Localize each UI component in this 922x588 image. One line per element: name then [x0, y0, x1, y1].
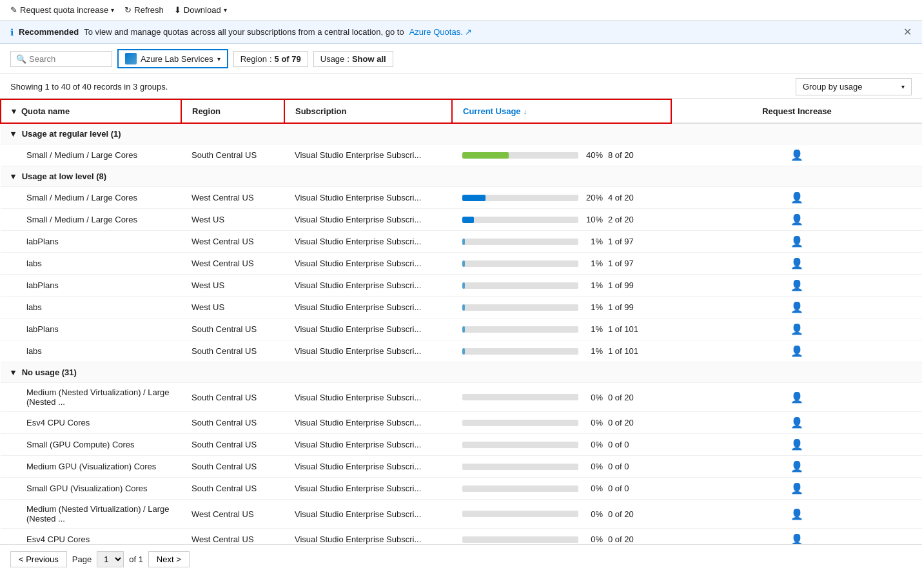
pagination: < Previous Page 1 of 1 Next >	[0, 544, 922, 574]
quota-name-cell: labs	[1, 253, 181, 275]
info-banner: ℹ Recommended To view and manage quotas …	[0, 21, 922, 44]
group-toggle[interactable]: ▾	[11, 368, 15, 377]
request-cell: 👤	[671, 340, 922, 362]
request-increase-icon[interactable]: 👤	[790, 483, 803, 494]
request-increase-icon[interactable]: 👤	[790, 324, 803, 335]
subscription-cell: Visual Studio Enterprise Subscri...	[284, 144, 452, 166]
group-by-label: Group by usage	[803, 82, 863, 92]
request-increase-icon[interactable]: 👤	[790, 236, 803, 247]
request-increase-icon[interactable]: 👤	[790, 150, 803, 161]
usage-label: Usage	[320, 54, 345, 64]
col-header-usage[interactable]: Current Usage ↓	[452, 99, 671, 123]
col-header-quota[interactable]: ▾ Quota name	[1, 99, 181, 123]
quota-name-cell: labs	[1, 297, 181, 318]
group-toggle[interactable]: ▾	[11, 172, 15, 181]
request-increase-icon[interactable]: 👤	[790, 302, 803, 313]
search-box[interactable]: 🔍	[10, 51, 112, 67]
table-container: ▾ Quota name Region Subscription	[0, 98, 922, 544]
group-by-chevron: ▾	[901, 83, 905, 90]
table-row: labPlans West US Visual Studio Enterpris…	[1, 275, 922, 297]
refresh-label: Refresh	[134, 5, 164, 15]
request-cell: 👤	[671, 434, 922, 456]
count-label: 4 of 20	[608, 193, 647, 202]
bar-track	[462, 464, 578, 470]
request-cell: 👤	[671, 412, 922, 434]
request-increase-icon[interactable]: 👤	[790, 258, 803, 269]
external-link-icon: ↗	[465, 27, 472, 37]
search-icon: 🔍	[16, 54, 26, 64]
pct-label: 10%	[584, 215, 603, 224]
region-cell: South Central US	[181, 383, 284, 412]
request-increase-icon[interactable]: 👤	[790, 280, 803, 291]
bar-track	[462, 511, 578, 517]
request-cell: 👤	[671, 253, 922, 275]
region-cell: South Central US	[181, 434, 284, 456]
quota-name-cell: Small / Medium / Large Cores	[1, 144, 181, 166]
quota-name-cell: labPlans	[1, 231, 181, 253]
table-row: Medium (Nested Virtualization) / Large (…	[1, 500, 922, 529]
pct-label: 1%	[584, 346, 603, 356]
group-by-dropdown[interactable]: Group by usage ▾	[796, 78, 912, 95]
request-increase-icon[interactable]: 👤	[790, 439, 803, 450]
request-quota-btn[interactable]: ✎ Request quota increase ▾	[10, 5, 114, 15]
azure-quotas-link[interactable]: Azure Quotas. ↗	[409, 27, 473, 37]
subscription-cell: Visual Studio Enterprise Subscri...	[284, 412, 452, 434]
dropdown-chevron: ▾	[217, 55, 221, 63]
region-cell: West Central US	[181, 253, 284, 275]
usage-cell: 1% 1 of 97	[452, 253, 671, 275]
filter-bar: 🔍 Azure Lab Services ▾ Region : 5 of 79 …	[0, 44, 922, 74]
bar-track	[462, 239, 578, 245]
group-header-low: ▾ Usage at low level (8)	[1, 166, 922, 187]
service-dropdown[interactable]: Azure Lab Services ▾	[117, 49, 228, 68]
request-increase-icon[interactable]: 👤	[790, 461, 803, 472]
request-increase-icon[interactable]: 👤	[790, 346, 803, 357]
pct-label: 0%	[584, 509, 603, 519]
collapse-all-icon[interactable]: ▾	[12, 106, 16, 116]
next-btn[interactable]: Next >	[148, 551, 190, 567]
request-increase-icon[interactable]: 👤	[790, 392, 803, 403]
region-filter[interactable]: Region : 5 of 79	[233, 51, 308, 67]
records-count: Showing 1 to 40 of 40 records in 3 group…	[10, 82, 168, 92]
chevron-down-icon2: ▾	[224, 6, 227, 14]
banner-close-btn[interactable]: ✕	[903, 26, 912, 38]
page-select[interactable]: 1	[97, 551, 124, 567]
bar-track	[462, 485, 578, 492]
request-increase-icon[interactable]: 👤	[790, 534, 803, 544]
col-header-region[interactable]: Region	[181, 99, 284, 123]
bar-track	[462, 152, 578, 159]
banner-recommended: Recommended	[19, 27, 79, 37]
request-cell: 👤	[671, 187, 922, 209]
refresh-btn[interactable]: ↻ Refresh	[124, 5, 164, 15]
group-label: Usage at low level (8)	[22, 172, 107, 181]
quota-name-header: Quota name	[21, 106, 70, 116]
group-toggle[interactable]: ▾	[11, 129, 15, 139]
request-increase-icon[interactable]: 👤	[790, 214, 803, 225]
request-cell: 👤	[671, 500, 922, 529]
usage-cell: 1% 1 of 97	[452, 231, 671, 253]
subscription-cell: Visual Studio Enterprise Subscri...	[284, 340, 452, 362]
table-row: Medium GPU (Visualization) Cores South C…	[1, 456, 922, 478]
group-label: No usage (31)	[22, 368, 77, 377]
region-cell: South Central US	[181, 456, 284, 478]
prev-btn[interactable]: < Previous	[10, 551, 67, 567]
request-cell: 👤	[671, 209, 922, 231]
request-increase-icon[interactable]: 👤	[790, 417, 803, 428]
usage-cell: 0% 0 of 0	[452, 456, 671, 478]
toolbar: ✎ Request quota increase ▾ ↻ Refresh ⬇ D…	[0, 0, 922, 21]
usage-cell: 1% 1 of 99	[452, 297, 671, 318]
table-row: Small / Medium / Large Cores West US Vis…	[1, 209, 922, 231]
request-increase-icon[interactable]: 👤	[790, 192, 803, 203]
download-icon: ⬇	[174, 5, 181, 15]
col-header-subscription[interactable]: Subscription	[284, 99, 452, 123]
bar-track	[462, 442, 578, 448]
subscription-cell: Visual Studio Enterprise Subscri...	[284, 275, 452, 297]
request-cell: 👤	[671, 144, 922, 166]
pct-label: 1%	[584, 302, 603, 312]
table-row: labPlans South Central US Visual Studio …	[1, 318, 922, 340]
table-row: Esv4 CPU Cores West Central US Visual St…	[1, 529, 922, 545]
request-increase-icon[interactable]: 👤	[790, 509, 803, 520]
usage-cell: 20% 4 of 20	[452, 187, 671, 209]
search-input[interactable]	[29, 54, 106, 64]
download-btn[interactable]: ⬇ Download ▾	[174, 5, 227, 15]
usage-filter[interactable]: Usage : Show all	[313, 51, 393, 67]
